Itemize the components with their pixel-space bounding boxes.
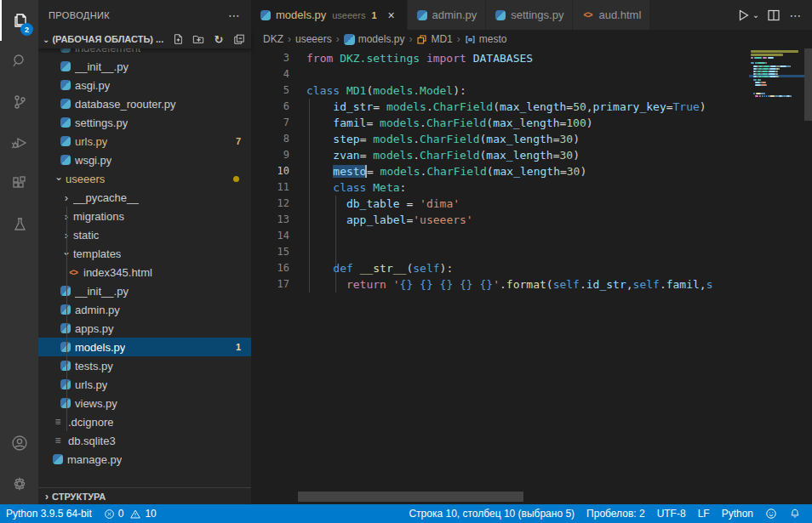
line-number[interactable]: 6 [251, 99, 289, 115]
tree-item-__init__.py[interactable]: __init__.py [38, 57, 251, 76]
new-folder-button[interactable] [192, 32, 205, 46]
line-number[interactable]: 17 [251, 276, 289, 293]
language-mode-status[interactable]: Python [716, 504, 759, 523]
tree-item-urls.py[interactable]: urls.py7 [38, 132, 251, 151]
sidebar-explorer: ПРОВОДНИК ⋯ ⌄ (РАБОЧАЯ ОБЛАСТЬ) ... ↻ in [38, 0, 251, 504]
tree-item-models.py[interactable]: models.py1 [38, 338, 251, 356]
breadcrumb-item-mesto[interactable]: mesto [465, 33, 507, 45]
tree-item-.dcignore[interactable]: ≡.dcignore [38, 412, 251, 431]
tree-item-manage.py[interactable]: manage.py [38, 450, 251, 469]
search-activity-button[interactable] [0, 41, 38, 82]
tree-item-asgi.py[interactable]: asgi.py [38, 76, 251, 94]
source-control-activity-button[interactable] [0, 82, 38, 122]
extensions-activity-button[interactable] [0, 163, 38, 204]
tree-item-tests.py[interactable]: tests.py [38, 356, 251, 375]
line-number[interactable]: 14 [251, 228, 289, 244]
code-text: class MD1(models.Model): [289, 82, 466, 99]
code-token [353, 262, 360, 275]
selected-text: mesto [333, 165, 366, 178]
tree-item-settings.py[interactable]: settings.py [38, 113, 251, 132]
encoding-status[interactable]: UTF-8 [651, 504, 692, 523]
line-number[interactable]: 11 [251, 179, 289, 196]
tab-aud.html[interactable]: <>aud.html [573, 0, 650, 30]
tree-item-__init__.py[interactable]: __init__.py [38, 281, 251, 300]
editor-group: models.pyuseeers1×admin.pysettings.py<>a… [251, 0, 812, 504]
tab-label: admin.py [432, 9, 477, 21]
line-number[interactable]: 8 [251, 131, 289, 147]
tree-item-db.sqlite3[interactable]: ≡db.sqlite3 [38, 431, 251, 450]
line-number[interactable]: 15 [251, 244, 289, 260]
tree-item-apps.py[interactable]: apps.py [38, 319, 251, 338]
new-file-button[interactable] [171, 32, 185, 46]
code-token: models [373, 149, 413, 162]
line-number[interactable]: 4 [251, 66, 289, 82]
feedback-button[interactable] [759, 504, 783, 523]
testing-activity-button[interactable] [0, 204, 38, 245]
close-icon[interactable]: × [385, 9, 398, 22]
explorer-more-actions-button[interactable]: ⋯ [228, 9, 241, 22]
code-token [453, 278, 460, 291]
more-actions-button[interactable]: ⋯ [786, 6, 805, 25]
collapse-all-button[interactable] [232, 32, 246, 46]
minimap-line [790, 65, 791, 67]
tree-item-templates[interactable]: templates [38, 244, 251, 263]
debug-icon [9, 133, 30, 153]
code-editor[interactable]: 3from DKZ.settings import DATABASES45cla… [251, 48, 812, 504]
tree-item-label: useeers [66, 173, 105, 185]
line-number[interactable]: 5 [251, 82, 289, 99]
tree-item-label: urls.py [75, 378, 107, 391]
indentation-status[interactable]: Пробелов: 2 [580, 504, 651, 523]
tree-item-wsgi.py[interactable]: wsgi.py [38, 151, 251, 169]
line-number[interactable]: 12 [251, 196, 289, 212]
tab-admin.py[interactable]: admin.py [408, 0, 487, 30]
explorer-activity-button[interactable]: 2 [0, 0, 38, 41]
workspace-section-header[interactable]: ⌄ (РАБОЧАЯ ОБЛАСТЬ) ... ↻ [38, 30, 251, 48]
split-editor-button[interactable] [764, 6, 783, 25]
tree-item-views.py[interactable]: views.py [38, 394, 251, 412]
tree-item-__pycache__[interactable]: __pycache__ [38, 188, 251, 207]
refresh-button[interactable]: ↻ [212, 32, 226, 46]
run-debug-activity-button[interactable] [0, 122, 38, 163]
minimap[interactable] [749, 48, 804, 504]
notifications-button[interactable] [783, 504, 807, 523]
python-interpreter-status[interactable]: Python 3.9.5 64-bit [0, 504, 98, 523]
line-number[interactable]: 9 [251, 147, 289, 163]
tree-item-index345.html[interactable]: <>index345.html [38, 263, 251, 281]
tree-item-useeers[interactable]: useeers [38, 169, 251, 188]
code-line-17: 17 return '{} {} {} {} {}'.format(self.i… [251, 276, 749, 293]
vertical-scrollbar[interactable] [804, 48, 812, 121]
tree-item-admin.py[interactable]: admin.py [38, 300, 251, 319]
code-token: DKZ.settings [340, 52, 420, 65]
settings-button[interactable] [0, 463, 38, 504]
account-button[interactable] [0, 423, 38, 463]
tree-item-migrations[interactable]: migrations [38, 207, 251, 225]
cursor-position-status[interactable]: Строка 10, столбец 10 (выбрано 5) [403, 504, 580, 523]
breadcrumb-item-useeers[interactable]: useeers [295, 33, 332, 45]
tree-item-urls.py[interactable]: urls.py [38, 375, 251, 394]
tree-item-static[interactable]: static [38, 225, 251, 244]
breadcrumb-item-DKZ[interactable]: DKZ [263, 33, 283, 45]
code-token: . [426, 100, 433, 113]
line-number[interactable]: 3 [251, 50, 289, 66]
tree-item-indexelement[interactable]: indexelement [38, 48, 251, 57]
eol-status[interactable]: LF [692, 504, 716, 523]
code-token: 30 [559, 149, 573, 162]
breadcrumb-item-MD1[interactable]: MD1 [416, 33, 452, 45]
py-file-icon [60, 398, 71, 408]
line-number[interactable]: 16 [251, 260, 289, 276]
line-number[interactable]: 13 [251, 212, 289, 228]
outline-section-header[interactable]: › СТРУКТУРА [38, 487, 251, 504]
breadcrumb-item-models.py[interactable]: models.py [344, 33, 405, 45]
line-number[interactable]: 7 [251, 115, 289, 131]
run-options-chevron[interactable]: ⌄ [751, 6, 761, 25]
symbol-class-icon [416, 34, 427, 45]
tab-settings.py[interactable]: settings.py [486, 0, 573, 30]
line-number[interactable]: 10 [251, 163, 289, 179]
tree-item-database_roouter.py[interactable]: database_roouter.py [38, 94, 251, 113]
horizontal-scrollbar[interactable] [298, 492, 523, 502]
code-text [289, 228, 306, 244]
tab-models.py[interactable]: models.pyuseeers1× [251, 0, 408, 30]
code-token [306, 149, 333, 162]
run-python-file-button[interactable] [734, 6, 752, 25]
problems-status[interactable]: 0 10 [98, 504, 163, 523]
